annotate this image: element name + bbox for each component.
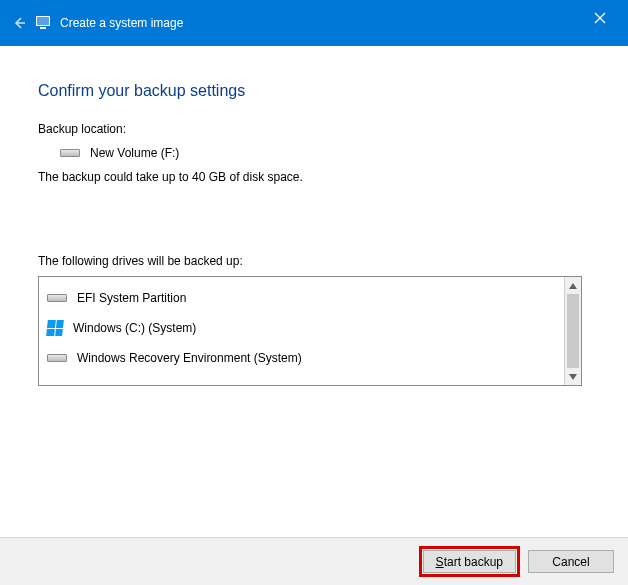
scrollbar[interactable] — [564, 277, 581, 385]
drive-name: Windows Recovery Environment (System) — [77, 351, 302, 365]
drive-name: Windows (C:) (System) — [73, 321, 196, 335]
content-area: Confirm your backup settings Backup loca… — [0, 46, 628, 386]
svg-marker-4 — [569, 374, 577, 380]
start-backup-button[interactable]: Start backup — [423, 550, 516, 573]
drives-label: The following drives will be backed up: — [38, 254, 590, 268]
drive-icon — [60, 147, 80, 159]
drive-icon — [47, 352, 67, 364]
list-item[interactable]: EFI System Partition — [43, 283, 560, 313]
size-estimate: The backup could take up to 40 GB of dis… — [38, 170, 590, 184]
tutorial-highlight: Start backup — [419, 546, 520, 577]
windows-icon — [46, 320, 64, 336]
backup-location-value: New Volume (F:) — [90, 146, 179, 160]
backup-location-label: Backup location: — [38, 122, 590, 136]
list-item[interactable]: Windows (C:) (System) — [43, 313, 560, 343]
svg-marker-3 — [569, 283, 577, 289]
app-icon — [36, 15, 52, 31]
titlebar: Create a system image — [0, 0, 628, 46]
close-button[interactable] — [586, 8, 614, 28]
back-icon[interactable] — [12, 16, 26, 30]
dialog-footer: Start backup Cancel — [0, 537, 628, 585]
window-title: Create a system image — [60, 16, 183, 30]
drives-list-box: EFI System Partition Windows (C:) (Syste… — [38, 276, 582, 386]
drive-name: EFI System Partition — [77, 291, 186, 305]
drives-list: EFI System Partition Windows (C:) (Syste… — [39, 277, 564, 385]
scroll-thumb[interactable] — [567, 294, 579, 368]
page-heading: Confirm your backup settings — [38, 82, 590, 100]
scroll-up-icon[interactable] — [565, 277, 581, 294]
scroll-down-icon[interactable] — [565, 368, 581, 385]
cancel-button[interactable]: Cancel — [528, 550, 614, 573]
drive-icon — [47, 292, 67, 304]
backup-location-row: New Volume (F:) — [60, 146, 590, 160]
list-item[interactable]: Windows Recovery Environment (System) — [43, 343, 560, 373]
